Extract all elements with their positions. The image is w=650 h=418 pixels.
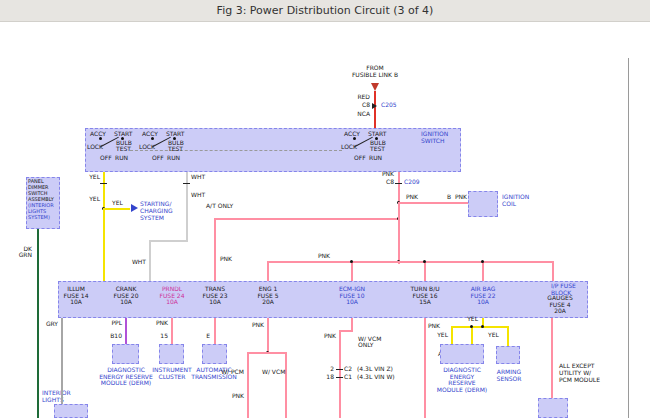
yel-wire: [103, 208, 130, 210]
switch-pos-bulb-test: TEST: [168, 146, 183, 153]
pnk-wire: [171, 318, 173, 344]
derm-box: [112, 344, 139, 364]
offpage-component-box: [538, 398, 568, 418]
yel-wire: [451, 326, 453, 344]
derm-link[interactable]: DIAGNOSTIC ENERGY RESERVE MODULE (DERM): [430, 367, 494, 394]
pnk-wire: [285, 352, 287, 418]
fuse-amp: 10A: [191, 299, 239, 306]
pin-label: C8: [342, 102, 370, 109]
vin-w-note: (4.3L VIN W): [357, 374, 395, 381]
pnk-wire: [267, 261, 554, 263]
connector-tick: [395, 183, 402, 184]
wire-color-label: PPL: [98, 320, 122, 327]
wire-color-label: YEL: [488, 332, 499, 339]
switch-pos-off: OFF: [100, 155, 112, 162]
starting-charging-link[interactable]: SYSTEM: [140, 215, 164, 222]
offpage-arrow-icon: [131, 204, 138, 212]
switch-linkage-dashed-line: [130, 150, 342, 151]
pnk-wire: [247, 352, 287, 354]
ignition-switch-label[interactable]: SWITCH: [421, 138, 445, 145]
pnk-wire: [339, 330, 353, 332]
fuse-amp: 15A: [401, 299, 449, 306]
pin-label: C8: [366, 179, 394, 186]
gry-wire: [61, 318, 63, 406]
switch-terminal-dot: [353, 137, 356, 140]
wire-color-label: YEL: [112, 200, 123, 207]
switch-terminal-dot: [121, 137, 124, 140]
switch-terminal-dot: [151, 137, 154, 140]
connector-link-c205[interactable]: C205: [381, 102, 397, 109]
fuse-amp: 10A: [52, 299, 100, 306]
figure-title: Fig 3: Power Distribution Circuit (3 of …: [217, 4, 434, 17]
ignition-coil-link[interactable]: COIL: [502, 201, 516, 208]
connector-tick: [336, 377, 343, 378]
pin-label: 15: [142, 333, 168, 340]
switch-pos-accy: ACCY: [344, 131, 360, 138]
from-fusible-link-label: FUSIBLE LINK B: [337, 72, 413, 79]
arming-sensor-box: [496, 346, 520, 364]
wire-color-label: WHT: [191, 192, 205, 199]
fuse-amp: 10A: [102, 299, 150, 306]
connector-label: C1: [344, 374, 352, 381]
switch-pos-accy: ACCY: [90, 131, 106, 138]
switch-pos-accy: ACCY: [142, 131, 158, 138]
fuse-amp[interactable]: 10A: [328, 299, 376, 306]
wire-color-label: GRN: [12, 252, 32, 259]
component-label[interactable]: MODULE (DERM): [430, 387, 494, 394]
fuse-air-bag[interactable]: AIR BAG FUSE 22 10A: [459, 286, 507, 306]
w-pcm-note: W/ PCM: [216, 369, 244, 376]
arming-sensor-link[interactable]: ARMING SENSOR: [488, 369, 530, 382]
wire-color-label: GRY: [32, 321, 58, 328]
pnk-wire: [398, 202, 468, 204]
wire-color-label: YEL: [74, 196, 100, 203]
fuse-illum: ILLUM FUSE 14 10A: [52, 286, 100, 306]
yel-wire: [451, 326, 509, 328]
connector-link-c209[interactable]: C209: [404, 179, 420, 186]
pnk-wire: [351, 261, 353, 282]
component-label[interactable]: SENSOR: [488, 376, 530, 383]
wire-color-label: PNK: [312, 333, 336, 340]
fuse-eng1: ENG 1 FUSE 5 20A: [244, 286, 292, 306]
fuse-trans: TRANS FUSE 23 10A: [191, 286, 239, 306]
fuse-turn-bu: TURN B/U FUSE 16 15A: [401, 286, 449, 306]
wire-color-label: YEL: [74, 174, 100, 181]
derm-box: [440, 344, 484, 364]
ignition-coil-box: [468, 191, 498, 217]
splice-dot: [423, 260, 426, 263]
switch-pos-run: RUN: [369, 155, 382, 162]
switch-pos-off: OFF: [354, 155, 366, 162]
pnk-wire: [214, 218, 216, 283]
yel-wire: [507, 326, 509, 346]
switch-terminal-dot: [173, 137, 176, 140]
fuse-amp[interactable]: 10A: [459, 299, 507, 306]
wht-wire: [149, 240, 151, 283]
connector-arrow-icon: [372, 103, 377, 109]
fuse-prndl[interactable]: PRNDL FUSE 24 10A: [148, 286, 196, 306]
pnk-wire: [482, 261, 484, 282]
connector-tick: [183, 183, 190, 184]
fuse-amp[interactable]: 10A: [148, 299, 196, 306]
pin-label: E: [186, 333, 210, 340]
splice-dot: [481, 260, 484, 263]
wire-color-label: YEL: [424, 332, 448, 339]
pnk-wire: [398, 172, 400, 264]
pnk-wire: [267, 318, 269, 354]
yel-wire: [471, 326, 473, 344]
wire-color-label: PNK: [220, 256, 232, 263]
component-label[interactable]: MODULE (DERM): [94, 380, 158, 387]
interior-lights-system-link[interactable]: SYSTEM): [28, 215, 50, 221]
fuse-crank: CRANK FUSE 20 10A: [102, 286, 150, 306]
pin-label: B10: [96, 333, 122, 340]
pnk-wire: [247, 352, 249, 418]
ppl-wire: [125, 318, 127, 344]
wire-color-label: PNK: [144, 320, 168, 327]
wire-color-label: PNK: [428, 323, 440, 330]
wire-color-label: RED: [342, 94, 370, 101]
yel-wire: [103, 172, 105, 282]
at-only-note: A/T ONLY: [206, 203, 233, 210]
fuse-ecm-ign[interactable]: ECM-IGN FUSE 10 10A: [328, 286, 376, 306]
switch-pos-bulb-test: TEST: [370, 146, 385, 153]
wire-color-label: WHT: [120, 259, 146, 266]
switch-pos-off: OFF: [152, 155, 164, 162]
splice-dot: [481, 325, 484, 328]
